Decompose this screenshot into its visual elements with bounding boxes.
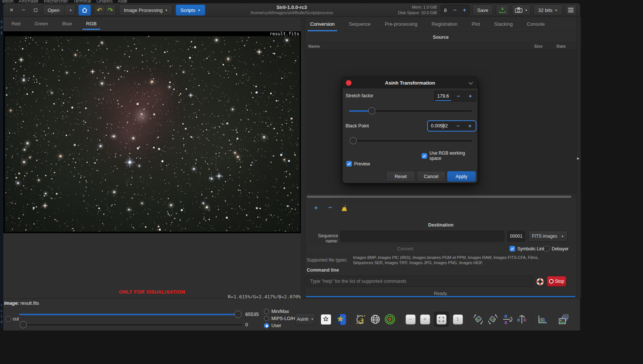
stop-button[interactable]: Stop xyxy=(547,276,566,287)
annotations-button[interactable] xyxy=(370,313,381,326)
colored-star-icon xyxy=(335,314,346,325)
save-button[interactable]: Save xyxy=(472,4,493,16)
cancel-button[interactable]: Cancel xyxy=(417,171,445,182)
slider-handle[interactable] xyxy=(368,107,375,114)
chevron-down-icon[interactable] xyxy=(469,80,473,84)
column-size[interactable]: Size xyxy=(524,42,546,50)
star-detection-button[interactable] xyxy=(335,313,346,326)
column-date[interactable]: Date xyxy=(546,42,569,50)
reset-button[interactable]: Reset xyxy=(386,171,415,182)
fit-to-window-button[interactable] xyxy=(434,311,449,327)
image-display-area[interactable]: result.fits xyxy=(3,31,301,233)
stretch-factor-slider[interactable] xyxy=(349,107,472,115)
close-button[interactable]: × xyxy=(7,4,16,16)
low-cutoff-slider[interactable] xyxy=(19,324,242,326)
high-cutoff-slider[interactable] xyxy=(19,314,242,315)
preview-checkbox[interactable]: Preview xyxy=(346,161,370,167)
remove-files-button[interactable]: − xyxy=(325,203,335,213)
column-name[interactable]: Name xyxy=(305,44,524,48)
black-point-value[interactable]: 0.00582 xyxy=(428,121,452,131)
clear-list-button[interactable] xyxy=(340,203,349,213)
spinner-increment-button[interactable]: + xyxy=(464,91,476,101)
spinner-decrement-button[interactable]: − xyxy=(452,91,464,101)
sequence-frames-button[interactable] xyxy=(557,313,570,326)
cut-checkbox[interactable]: cut xyxy=(6,316,19,322)
stretch-function-dropdown[interactable]: Asinh ▼ xyxy=(295,313,316,325)
apply-button[interactable]: Apply xyxy=(447,171,476,182)
save-as-button[interactable] xyxy=(496,4,509,16)
command-line-input[interactable] xyxy=(306,276,533,287)
command-help-button[interactable] xyxy=(535,276,545,287)
pane-splitter[interactable] xyxy=(301,17,305,298)
working-directory-path: /home/cyril/Images/siril/Bulle/Script/pr… xyxy=(250,10,333,16)
sequence-counter-entry[interactable]: 00001 xyxy=(507,231,525,242)
undo-button[interactable]: ↶ xyxy=(94,4,105,16)
home-button[interactable] xyxy=(78,4,91,16)
scripts-menu-button[interactable]: Scripts ▼ xyxy=(176,4,205,16)
plus-icon: + xyxy=(463,7,466,13)
spinner-increment-button[interactable]: + xyxy=(464,121,476,131)
thread-count-spinner[interactable]: 8 − + xyxy=(441,4,470,16)
flip-horizontal-button[interactable]: R Я xyxy=(516,313,527,326)
zoom-in-button[interactable]: + xyxy=(419,313,431,326)
use-rgb-checkbox[interactable]: Use RGB working space xyxy=(422,151,477,161)
radio-user[interactable]: User xyxy=(264,322,296,329)
tab-red[interactable]: Red xyxy=(8,17,24,30)
histogram-button[interactable] xyxy=(537,313,548,326)
convert-button[interactable]: Convert xyxy=(306,243,504,254)
slider-track[interactable] xyxy=(349,140,472,142)
bit-depth-dropdown[interactable]: 32 bits ▼ xyxy=(533,4,562,16)
tab-blue[interactable]: Blue xyxy=(59,17,76,30)
image-processing-menu-button[interactable]: Image Processing ▼ xyxy=(119,4,173,16)
slider-handle[interactable] xyxy=(350,137,357,144)
debayer-checkbox[interactable]: Debayer xyxy=(544,246,568,251)
flip-vertical-button[interactable]: R B xyxy=(502,313,513,326)
window-title: Siril-1.0.0-rc3 xyxy=(250,4,333,10)
radio-minmax[interactable]: Min/Max xyxy=(264,308,296,315)
tab-plot[interactable]: Plot xyxy=(469,17,482,32)
zoom-out-button[interactable]: − xyxy=(405,313,416,326)
file-list-scrollbar[interactable] xyxy=(305,195,576,199)
rotate-right-button[interactable] xyxy=(487,313,498,326)
star-fix-button[interactable] xyxy=(320,313,331,326)
background-terminal-menubar: dition Affichage Rechercher Terminal Ong… xyxy=(2,0,263,3)
dialog-header[interactable]: Asinh Transformation xyxy=(343,77,477,88)
astro-image-canvas[interactable] xyxy=(3,31,301,233)
panel-expander[interactable]: ▶ xyxy=(576,17,581,298)
maximize-button[interactable] xyxy=(31,4,40,16)
tab-sequence[interactable]: Sequence xyxy=(346,17,373,32)
astrometry-button[interactable] xyxy=(355,313,366,326)
sequence-name-input[interactable] xyxy=(340,231,504,242)
spinner-decrement-button[interactable]: − xyxy=(450,5,460,15)
redo-button[interactable]: ↷ xyxy=(105,4,116,16)
tab-conversion[interactable]: Conversion xyxy=(308,17,337,32)
high-slider-handle[interactable] xyxy=(234,311,242,318)
tab-stacking[interactable]: Stacking xyxy=(492,17,516,32)
menu-button[interactable] xyxy=(565,4,577,16)
snapshot-button[interactable]: ▼ xyxy=(512,4,531,16)
photometry-button[interactable] xyxy=(384,313,395,326)
add-files-button[interactable]: + xyxy=(311,203,321,213)
open-recent-dropdown-button[interactable]: ▼ xyxy=(64,4,75,16)
scrollbar-thumb[interactable] xyxy=(307,196,571,198)
tab-preprocessing[interactable]: Pre-processing xyxy=(382,17,420,32)
radio-mips[interactable]: MIPS-LO/HI xyxy=(264,315,296,322)
symbolic-link-checkbox[interactable]: Symbolic Link xyxy=(510,246,545,251)
rotate-left-button[interactable] xyxy=(473,313,484,326)
minimize-button[interactable]: – xyxy=(19,4,28,16)
stop-label: Stop xyxy=(555,279,564,284)
spinner-increment-button[interactable]: + xyxy=(460,5,469,15)
spinner-decrement-button[interactable]: − xyxy=(452,121,464,131)
black-point-slider[interactable] xyxy=(349,137,472,145)
low-slider-handle[interactable] xyxy=(20,321,27,328)
stretch-factor-value[interactable]: 179.6 xyxy=(434,91,452,101)
black-point-spinner[interactable]: 0.00582 − + xyxy=(427,120,476,132)
tab-green[interactable]: Green xyxy=(31,17,52,30)
open-button[interactable]: Open xyxy=(43,4,64,16)
output-format-dropdown[interactable]: FITS images ▼ xyxy=(528,231,568,242)
stretch-factor-spinner[interactable]: 179.6 − + xyxy=(434,91,476,102)
tab-rgb[interactable]: RGB xyxy=(82,17,100,30)
tab-console[interactable]: Console xyxy=(524,17,547,32)
zoom-one-to-one-button[interactable]: 1 xyxy=(452,313,463,326)
tab-registration[interactable]: Registration xyxy=(429,17,460,32)
